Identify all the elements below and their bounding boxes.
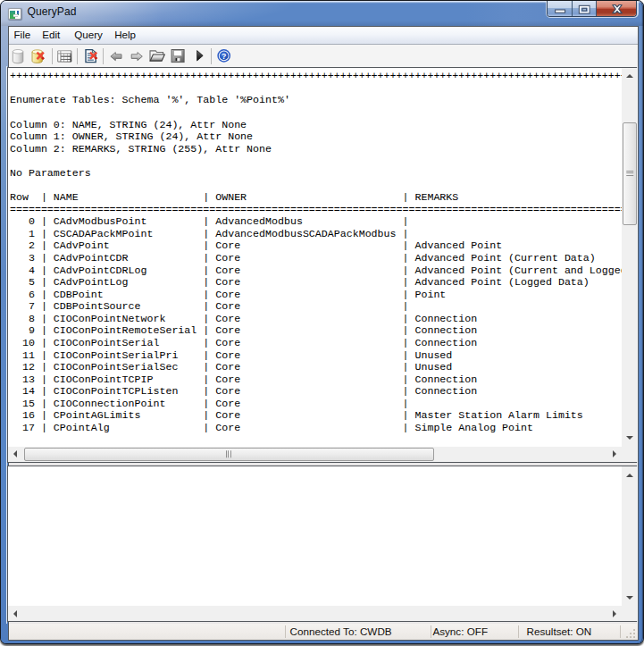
svg-text:?: ? — [222, 51, 226, 60]
